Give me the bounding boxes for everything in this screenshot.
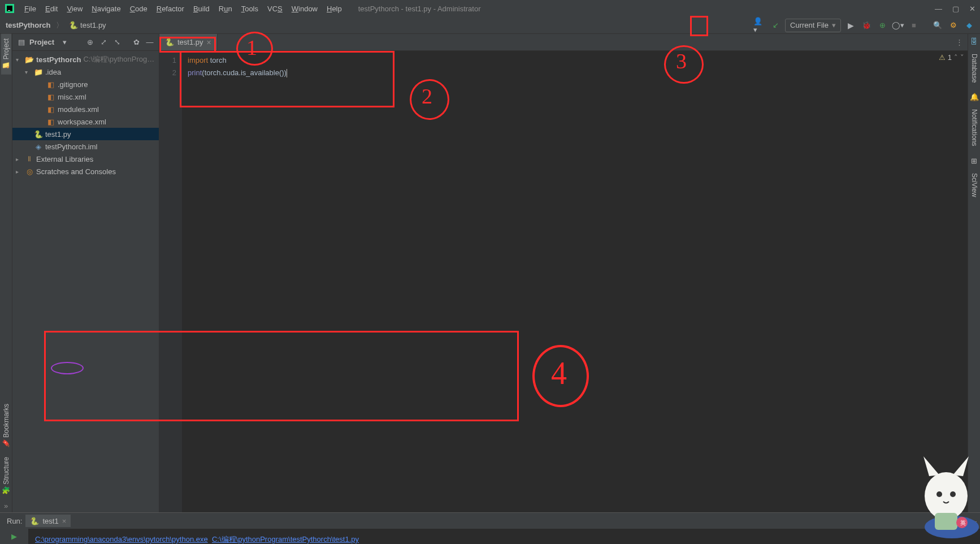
menu-refactor[interactable]: Refactor: [153, 2, 188, 15]
run-coverage-button[interactable]: ⊕: [876, 19, 888, 32]
svg-rect-2: [8, 10, 10, 11]
maximize-button[interactable]: ▢: [952, 5, 959, 13]
tree-idea-folder[interactable]: ▾📁.idea: [12, 66, 159, 78]
tree-project-root[interactable]: ▾📂 testPythorch C:\编程\pythonProg…: [12, 53, 159, 66]
sciview-icon[interactable]: ⊞: [971, 157, 977, 165]
inspection-widget[interactable]: ⚠ 1 ˄ ˅: [939, 53, 964, 62]
project-tree[interactable]: ▾📂 testPythorch C:\编程\pythonProg… ▾📁.ide…: [12, 51, 159, 180]
menu-code[interactable]: Code: [126, 2, 151, 15]
sidebar-tab-notifications[interactable]: Notifications: [969, 105, 979, 150]
run-settings-icon[interactable]: ✿: [957, 517, 964, 525]
close-button[interactable]: ✕: [969, 5, 975, 13]
code-editor[interactable]: 1 2 import torch print(torch.cuda.is_ava…: [159, 51, 968, 512]
run-tab[interactable]: 🐍 test1 ×: [25, 515, 71, 527]
breadcrumb-project[interactable]: testPythorch: [2, 20, 54, 31]
hide-run-icon[interactable]: —: [969, 517, 977, 525]
right-tool-strip: 🗄 Database 🔔 Notifications ⊞ SciView: [968, 34, 980, 512]
menu-build[interactable]: Build: [189, 2, 214, 15]
profile-button[interactable]: ◯▾: [892, 19, 904, 32]
minimize-button[interactable]: —: [935, 5, 942, 13]
expand-bottom-icon[interactable]: »: [4, 502, 8, 510]
prev-highlight-icon[interactable]: ˄: [954, 53, 958, 62]
title-bar: File Edit View Navigate Code Refactor Bu…: [0, 0, 980, 17]
expand-all-icon[interactable]: ⤢: [98, 38, 109, 46]
run-tool-window: Run: 🐍 test1 × ✿ — ▶ 🔧 ⇲ ↩ 🖶 C:\programm…: [0, 512, 980, 544]
main-area: 📁 Project 🔖 Bookmarks 🧩 Structure » ▤ Pr…: [0, 34, 980, 512]
tabs-more-icon[interactable]: ⋮: [951, 34, 968, 50]
tree-file-test1[interactable]: 🐍test1.py: [12, 128, 159, 140]
close-run-tab-icon[interactable]: ×: [62, 517, 67, 525]
stop-button[interactable]: ■: [908, 19, 920, 32]
menu-view[interactable]: View: [63, 2, 86, 15]
tree-file-modules[interactable]: ◧modules.xml: [12, 103, 159, 115]
project-header: ▤ Project ▾ ⊕ ⤢ ⤡ ✿ —: [12, 34, 159, 51]
notifications-icon[interactable]: 🔔: [970, 93, 979, 101]
debug-button[interactable]: 🐞: [860, 19, 873, 32]
console-link-script[interactable]: C:\编程\pythonProgram\testPythorch\test1.p…: [212, 535, 359, 543]
code-content[interactable]: import torch print(torch.cuda.is_availab…: [182, 51, 968, 512]
tree-file-gitignore[interactable]: ◧.gitignore: [12, 78, 159, 90]
console-output[interactable]: C:\programming\anaconda3\envs\pytorch\py…: [28, 529, 980, 544]
rerun-button[interactable]: ▶: [11, 532, 17, 541]
project-label[interactable]: Project: [29, 38, 57, 46]
project-view-icon: ▤: [16, 38, 27, 46]
menu-vcs[interactable]: VCS: [263, 2, 287, 15]
run-config-selector[interactable]: Current File▾: [785, 19, 841, 32]
search-everywhere-button[interactable]: 🔍: [931, 19, 944, 32]
console-link-python[interactable]: C:\programming\anaconda3\envs\pytorch\py…: [35, 535, 208, 543]
close-tab-icon[interactable]: ×: [207, 38, 211, 47]
editor-area: 🐍 test1.py × ⋮ 1 2 import torch print(to…: [159, 34, 968, 512]
left-tool-strip: 📁 Project 🔖 Bookmarks 🧩 Structure »: [0, 34, 12, 512]
tree-file-iml[interactable]: ◈testPythorch.iml: [12, 140, 159, 153]
breadcrumb: testPythorch 〉 🐍 test1.py: [2, 20, 110, 31]
app-logo-icon: [5, 3, 15, 14]
chevron-right-icon: 〉: [56, 20, 63, 31]
run-tab-label: test1: [42, 517, 58, 525]
project-sidebar: ▤ Project ▾ ⊕ ⤢ ⤡ ✿ — ▾📂 testPythorch C:…: [12, 34, 159, 512]
menu-navigate[interactable]: Navigate: [88, 2, 124, 15]
collapse-all-icon[interactable]: ⤡: [111, 38, 123, 46]
editor-tab-label: test1.py: [177, 38, 203, 46]
toolbox-button[interactable]: ◆: [963, 19, 975, 32]
database-icon[interactable]: 🗄: [970, 37, 978, 46]
add-user-icon[interactable]: 👤▾: [753, 19, 766, 32]
tree-file-workspace[interactable]: ◧workspace.xml: [12, 115, 159, 128]
settings-icon[interactable]: ✿: [131, 38, 142, 46]
menu-help[interactable]: Help: [323, 2, 346, 15]
menu-file[interactable]: File: [20, 2, 40, 15]
sidebar-tab-sciview[interactable]: SciView: [969, 169, 979, 201]
sidebar-tab-project[interactable]: 📁 Project: [1, 34, 11, 75]
warning-icon: ⚠: [939, 53, 946, 62]
breadcrumb-file[interactable]: 🐍 test1.py: [66, 20, 109, 31]
sidebar-tab-bookmarks[interactable]: 🔖 Bookmarks: [1, 399, 11, 452]
line-gutter: 1 2: [159, 51, 182, 512]
tree-file-misc[interactable]: ◧misc.xml: [12, 90, 159, 103]
menu-tools[interactable]: Tools: [237, 2, 262, 15]
window-title: testPythorch - test1.py - Administrator: [347, 5, 934, 13]
editor-tab-test1[interactable]: 🐍 test1.py ×: [159, 34, 218, 50]
python-file-icon: 🐍: [165, 38, 174, 46]
next-highlight-icon[interactable]: ˅: [960, 53, 964, 62]
menu-edit[interactable]: Edit: [41, 2, 62, 15]
ide-settings-button[interactable]: ⚙: [947, 19, 960, 32]
hide-panel-icon[interactable]: —: [144, 38, 155, 46]
chevron-down-icon[interactable]: ▾: [59, 38, 70, 46]
nav-bar: testPythorch 〉 🐍 test1.py 👤▾ ↙ Current F…: [0, 17, 980, 34]
vcs-update-icon[interactable]: ↙: [769, 19, 782, 32]
run-side-toolbar: ▶ 🔧 ⇲ ↩ 🖶: [0, 529, 28, 544]
tree-external-libraries[interactable]: ▸⫴External Libraries: [12, 153, 159, 165]
python-icon: 🐍: [30, 517, 39, 525]
warning-count: 1: [948, 53, 952, 62]
sidebar-tab-database[interactable]: Database: [969, 49, 979, 87]
editor-tabs: 🐍 test1.py × ⋮: [159, 34, 968, 51]
run-label: Run:: [3, 517, 25, 525]
menu-window[interactable]: Window: [288, 2, 322, 15]
menu-run[interactable]: Run: [215, 2, 236, 15]
tree-scratches[interactable]: ▸◎Scratches and Consoles: [12, 165, 159, 178]
select-open-file-icon[interactable]: ⊕: [84, 38, 96, 46]
run-header: Run: 🐍 test1 × ✿ —: [0, 513, 980, 529]
sidebar-tab-structure[interactable]: 🧩 Structure: [1, 452, 11, 499]
run-button[interactable]: ▶: [844, 19, 857, 32]
